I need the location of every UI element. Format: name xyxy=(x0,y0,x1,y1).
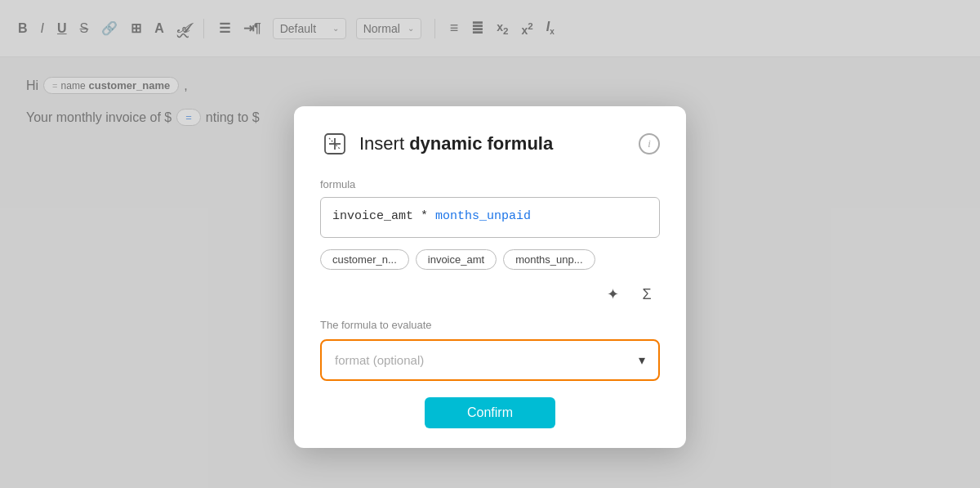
modal-title-part1: Insert xyxy=(359,133,409,154)
formula-blue-part: months_unpaid xyxy=(435,209,531,223)
formula-description: The formula to evaluate xyxy=(320,319,660,331)
info-button[interactable]: i xyxy=(639,133,660,154)
formula-normal-part: invoice_amt * xyxy=(332,209,435,223)
confirm-button[interactable]: Confirm xyxy=(425,397,555,428)
sparkle-icon[interactable]: ✦ xyxy=(599,281,626,307)
formula-actions: ✦ Σ xyxy=(320,281,660,307)
insert-formula-modal: Insert dynamic formula i formula invoice… xyxy=(294,106,686,448)
modal-title-part2: dynamic formula xyxy=(409,133,553,154)
modal-title: Insert dynamic formula xyxy=(359,133,629,154)
var-pill-1[interactable]: invoice_amt xyxy=(416,249,497,270)
sigma-icon[interactable]: Σ xyxy=(634,281,660,307)
formula-label: formula xyxy=(320,178,660,190)
modal-footer: Confirm xyxy=(320,397,660,428)
formula-input[interactable]: invoice_amt * months_unpaid xyxy=(320,197,660,238)
variable-pills-container: customer_n... invoice_amt months_unp... xyxy=(320,249,660,270)
format-select[interactable]: format (optional) ▾ xyxy=(320,339,660,381)
var-pill-0[interactable]: customer_n... xyxy=(320,249,409,270)
var-pill-2[interactable]: months_unp... xyxy=(503,249,595,270)
modal-header: Insert dynamic formula i xyxy=(320,129,660,159)
format-select-placeholder: format (optional) xyxy=(335,353,424,367)
formula-icon xyxy=(320,129,350,159)
format-select-arrow: ▾ xyxy=(639,352,645,368)
